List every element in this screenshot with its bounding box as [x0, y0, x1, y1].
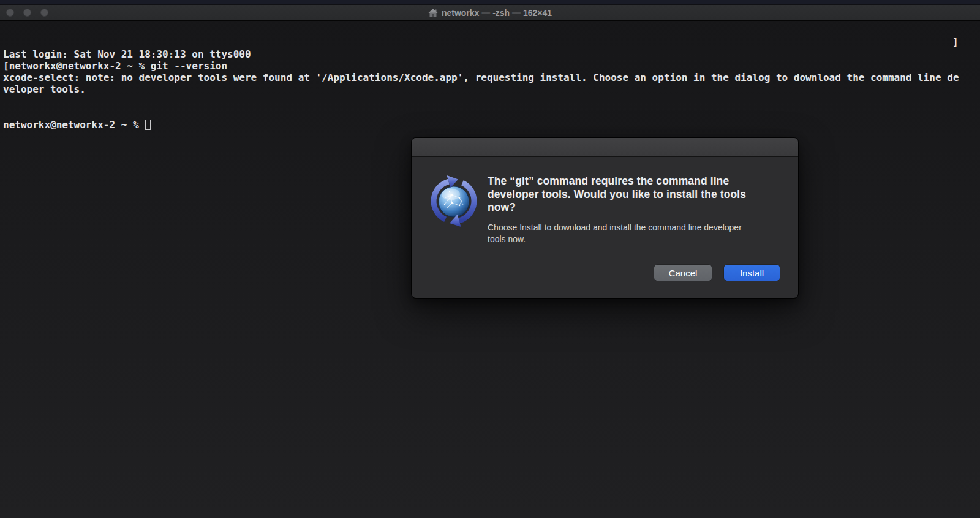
minimize-button[interactable]: [23, 9, 31, 17]
desktop-edge: [0, 0, 980, 4]
window-title: networkx — -zsh — 162×41: [0, 5, 980, 20]
terminal-titlebar[interactable]: networkx — -zsh — 162×41: [0, 5, 980, 21]
terminal-cursor: [145, 120, 151, 130]
traffic-lights: [6, 9, 48, 17]
terminal-line: xcode-select: note: no developer tools w…: [3, 72, 980, 83]
home-folder-icon: [428, 8, 438, 17]
dialog-titlebar[interactable]: [412, 138, 798, 157]
terminal-line: Last login: Sat Nov 21 18:30:13 on ttys0…: [3, 48, 980, 60]
install-button[interactable]: Install: [724, 265, 780, 281]
prompt-text: networkx@networkx-2 ~ %: [3, 119, 145, 131]
window-title-text: networkx — -zsh — 162×41: [442, 8, 552, 18]
software-update-icon: [428, 175, 480, 227]
dialog-message: Choose Install to download and install t…: [488, 222, 747, 246]
install-tools-dialog: The “git” command requires the command l…: [412, 138, 798, 298]
zoom-button[interactable]: [40, 9, 48, 17]
dialog-heading: The “git” command requires the command l…: [488, 175, 777, 215]
terminal-line: [networkx@networkx-2 ~ % git --version: [3, 60, 980, 72]
close-button[interactable]: [6, 9, 14, 17]
dialog-text: The “git” command requires the command l…: [488, 175, 777, 245]
prompt-line: networkx@networkx-2 ~ %: [3, 119, 980, 131]
line-wrap-marker: ]: [952, 36, 959, 48]
dialog-buttons: Cancel Install: [654, 265, 780, 281]
terminal-line: veloper tools.: [3, 83, 980, 95]
cancel-button[interactable]: Cancel: [654, 265, 712, 281]
terminal-lines: Last login: Sat Nov 21 18:30:13 on ttys0…: [3, 48, 980, 96]
